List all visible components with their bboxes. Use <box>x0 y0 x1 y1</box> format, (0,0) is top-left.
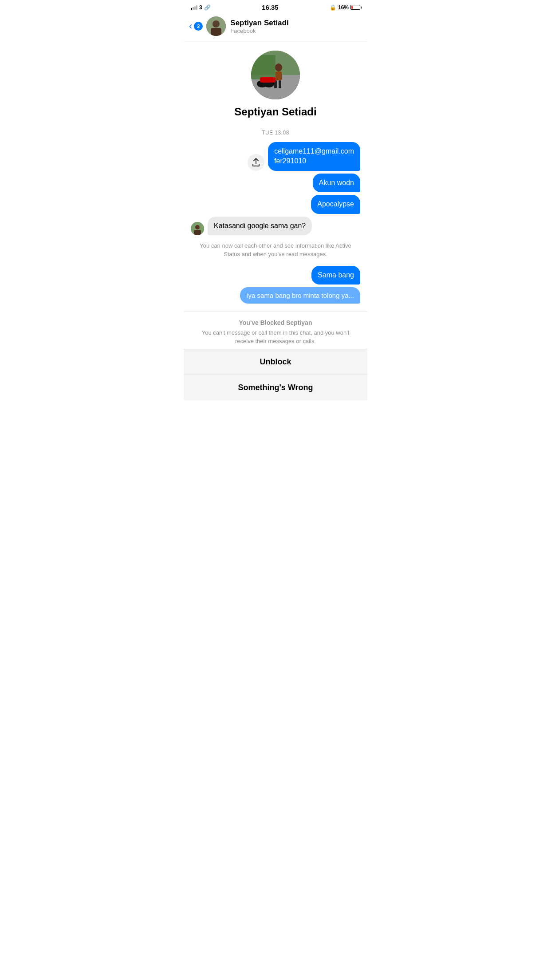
header-avatar-img <box>206 16 226 36</box>
received-avatar-inner <box>191 222 204 235</box>
lock-icon: 🔒 <box>330 4 336 11</box>
back-badge: 2 <box>194 22 203 31</box>
header-name: Septiyan Setiadi <box>230 19 362 28</box>
message-bubble: Katasandi google sama gan? <box>208 217 312 235</box>
profile-section: Septiyan Setiadi <box>184 42 367 122</box>
header-platform: Facebook <box>230 28 362 34</box>
bottom-buttons: Unblock Something's Wrong <box>184 349 367 400</box>
svg-rect-17 <box>194 230 201 235</box>
blocked-description: You can't message or call them in this c… <box>193 329 358 345</box>
share-button[interactable] <box>248 154 264 171</box>
link-icon: 🔗 <box>204 4 211 11</box>
signal-bar-1 <box>191 8 192 10</box>
message-row: Apocalypse <box>191 195 360 213</box>
message-text: cellgame111@gmail.comfer291010 <box>274 147 354 165</box>
info-notice: You can now call each other and see info… <box>200 241 351 259</box>
battery-icon <box>350 5 360 10</box>
message-bubble: Apocalypse <box>311 195 360 213</box>
blocked-section: You've Blocked Septiyan You can't messag… <box>184 312 367 348</box>
svg-point-8 <box>275 63 282 71</box>
status-left: 3 🔗 <box>191 4 211 11</box>
unblock-button[interactable]: Unblock <box>184 349 367 375</box>
signal-bar-4 <box>196 5 197 10</box>
signal-bar-2 <box>193 7 194 10</box>
chat-area: TUE 13.08 cellgame111@gmail.comfer291010… <box>184 130 367 312</box>
header-info: Septiyan Setiadi Facebook <box>230 19 362 34</box>
profile-name: Septiyan Setiadi <box>234 106 316 118</box>
timestamp-divider: TUE 13.08 <box>191 130 360 136</box>
svg-rect-9 <box>276 71 282 80</box>
message-row: cellgame111@gmail.comfer291010 <box>191 142 360 171</box>
message-bubble: cellgame111@gmail.comfer291010 <box>268 142 360 171</box>
battery-percent: 16% <box>338 4 349 11</box>
profile-avatar-inner <box>251 51 300 99</box>
status-bar: 3 🔗 16.35 🔒 16% <box>184 0 367 13</box>
message-bubble: Akun wodn <box>313 174 360 192</box>
svg-rect-14 <box>260 77 276 83</box>
something-wrong-button[interactable]: Something's Wrong <box>184 375 367 400</box>
message-row: Akun wodn <box>191 174 360 192</box>
svg-rect-7 <box>251 55 276 79</box>
battery-fill <box>351 6 353 9</box>
svg-rect-2 <box>211 28 221 36</box>
status-time: 16.35 <box>262 4 279 11</box>
svg-rect-11 <box>279 80 281 88</box>
message-row: Katasandi google sama gan? <box>191 217 360 235</box>
received-avatar <box>191 222 204 235</box>
partial-bubble: Iya sama bang bro minta tolong ya... <box>240 287 360 304</box>
carrier-label: 3 <box>199 4 202 11</box>
svg-point-1 <box>213 20 220 28</box>
svg-point-16 <box>195 225 200 229</box>
signal-bars <box>191 5 197 10</box>
header-avatar[interactable] <box>206 16 226 36</box>
message-bubble: Sama bang <box>311 266 360 285</box>
back-button[interactable]: ‹ 2 <box>189 21 203 31</box>
partial-message-row: Iya sama bang bro minta tolong ya... <box>191 287 360 307</box>
blocked-title: You've Blocked Septiyan <box>193 319 358 326</box>
status-right: 🔒 16% <box>330 4 360 11</box>
message-row: Sama bang <box>191 266 360 285</box>
back-chevron-icon: ‹ <box>189 21 192 31</box>
profile-avatar[interactable] <box>251 51 300 99</box>
signal-bar-3 <box>194 6 196 10</box>
chat-header: ‹ 2 Septiyan Setiadi Facebook <box>184 13 367 42</box>
